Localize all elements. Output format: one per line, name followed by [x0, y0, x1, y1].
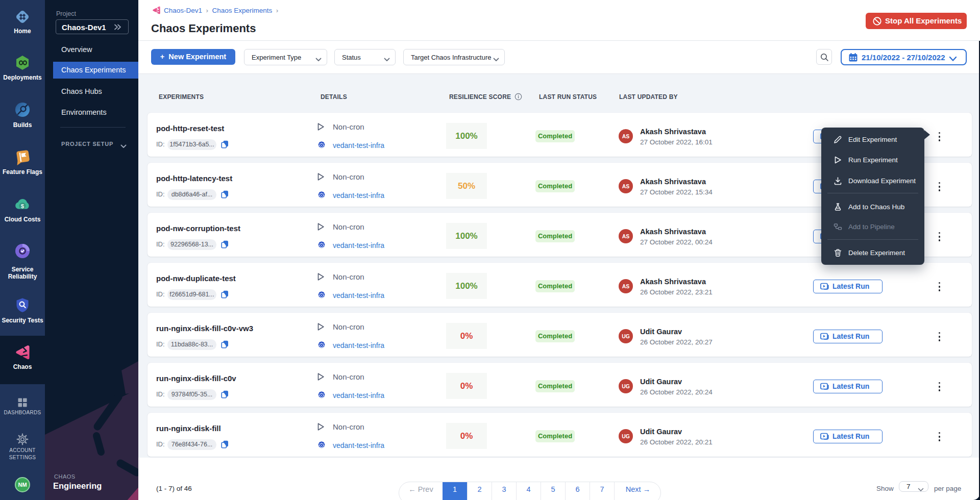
svg-text:$: $	[21, 203, 24, 209]
